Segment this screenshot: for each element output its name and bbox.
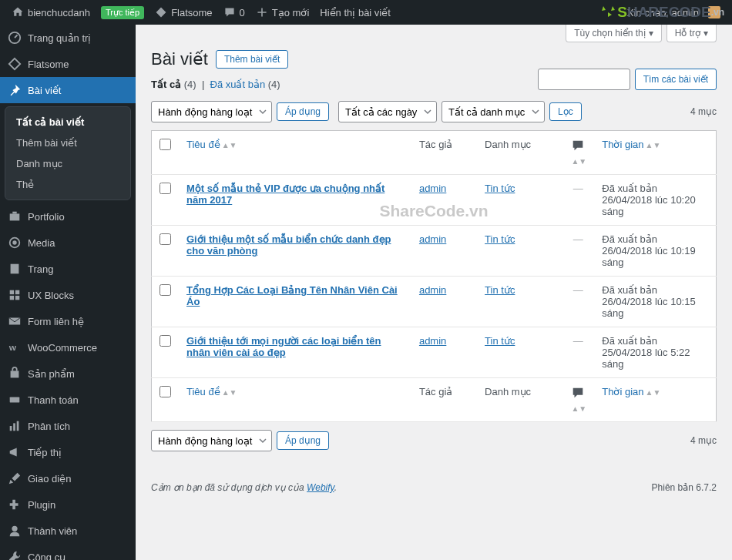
item-count: 4 mục (690, 106, 717, 117)
filter-all[interactable]: Tất cả (4) (151, 79, 196, 90)
svg-rect-7 (15, 290, 19, 294)
menu-tools[interactable]: Công cụ (0, 544, 136, 560)
new-link[interactable]: Tạo mới (256, 6, 310, 18)
row-checkbox[interactable] (159, 284, 171, 296)
menu-payments[interactable]: Thanh toán (0, 387, 136, 413)
submenu-add-post[interactable]: Thêm bài viết (5, 132, 130, 153)
table-row: Giới thiệu một số mẫu biển chức danh đẹp… (152, 226, 717, 277)
category-link[interactable]: Tin tức (485, 233, 515, 245)
comment-icon (223, 6, 236, 18)
post-title-link[interactable]: Giới thiệu một số mẫu biển chức danh đẹp… (186, 233, 391, 257)
search-button[interactable]: Tìm các bài viết (635, 69, 717, 90)
svg-rect-2 (12, 212, 16, 214)
apply-button-bottom[interactable]: Áp dụng (277, 431, 329, 450)
menu-ux-blocks[interactable]: UX Blocks (0, 282, 136, 308)
table-row: Một số mẫu thẻ VIP được ưa chuộng nhất n… (152, 175, 717, 226)
pin-icon (8, 83, 22, 97)
svg-rect-14 (10, 426, 12, 431)
author-link[interactable]: admin (419, 284, 446, 296)
col-date[interactable]: Thời gian▲▼ (594, 131, 716, 175)
post-title-link[interactable]: Giới thiệu tới mọi người các loại biển t… (186, 335, 381, 358)
add-new-button[interactable]: Thêm bài viết (216, 50, 288, 69)
select-all-checkbox-footer[interactable] (159, 386, 171, 397)
author-link[interactable]: admin (419, 183, 446, 194)
menu-products[interactable]: Sản phẩm (0, 360, 136, 387)
apply-button[interactable]: Áp dụng (277, 102, 329, 121)
submenu-categories[interactable]: Danh mục (5, 153, 130, 174)
table-row: Giới thiệu tới mọi người các loại biển t… (152, 327, 717, 378)
version-text: Phiên bản 6.7.2 (652, 482, 717, 493)
select-all-checkbox[interactable] (159, 139, 171, 150)
plus-icon (256, 6, 268, 18)
media-icon (8, 236, 22, 250)
menu-appearance[interactable]: Giao diện (0, 465, 136, 491)
bulk-action-select[interactable]: Hành động hàng loạt (151, 101, 272, 122)
site-link[interactable]: bienchucdanh (12, 6, 90, 18)
screen-options-button[interactable]: Tùy chọn hiển thị ▾ (566, 25, 661, 42)
menu-flatsome[interactable]: Flatsome (0, 51, 136, 77)
menu-forms[interactable]: Form liên hệ (0, 308, 136, 334)
help-button[interactable]: Hỗ trợ ▾ (667, 25, 717, 42)
author-link[interactable]: admin (419, 233, 446, 245)
author-link[interactable]: admin (419, 335, 446, 347)
post-title-link[interactable]: Tổng Hợp Các Loại Bảng Tên Nhân Viên Cài… (186, 284, 398, 307)
megaphone-icon (8, 445, 22, 459)
chart-icon (8, 419, 22, 433)
plugin-icon (8, 498, 22, 511)
item-count-bottom: 4 mục (690, 435, 717, 446)
page-icon (8, 262, 22, 276)
svg-rect-13 (10, 397, 20, 402)
comment-count: — (573, 183, 583, 194)
category-link[interactable]: Tin tức (485, 335, 515, 347)
menu-plugins[interactable]: Plugin (0, 491, 136, 518)
row-checkbox[interactable] (159, 335, 171, 347)
menu-dashboard[interactable]: Trang quản trị (0, 25, 136, 51)
date-filter-select[interactable]: Tất cả các ngày (338, 101, 437, 122)
recycle-icon (599, 3, 617, 22)
menu-woocommerce[interactable]: WWooCommerce (0, 334, 136, 360)
col-title-footer[interactable]: Tiêu đề▲▼ (179, 378, 411, 422)
date-cell: Đã xuất bản25/04/2018 lúc 5:22 sáng (594, 327, 716, 378)
bulk-action-select-bottom[interactable]: Hành động hàng loạt (151, 430, 272, 451)
category-filter-select[interactable]: Tất cả danh mục (442, 101, 545, 122)
svg-point-4 (12, 240, 16, 244)
svg-rect-6 (10, 290, 14, 294)
flatsome-link[interactable]: Flatsome (155, 6, 212, 18)
svg-rect-16 (17, 421, 19, 431)
row-checkbox[interactable] (159, 233, 171, 245)
comment-count: — (573, 284, 583, 296)
search-input[interactable] (538, 69, 630, 90)
filter-published[interactable]: Đã xuất bản (4) (210, 79, 280, 90)
submenu-tags[interactable]: Thẻ (5, 174, 130, 195)
menu-media[interactable]: Media (0, 230, 136, 256)
filter-button[interactable]: Lọc (549, 102, 582, 121)
col-category: Danh mục (477, 131, 562, 175)
post-title-link[interactable]: Một số mẫu thẻ VIP được ưa chuộng nhất n… (186, 183, 384, 206)
svg-rect-5 (11, 264, 19, 274)
col-title[interactable]: Tiêu đề▲▼ (179, 131, 411, 175)
category-link[interactable]: Tin tức (485, 183, 515, 194)
posts-table: Tiêu đề▲▼ Tác giả Danh mục ▲▼ Thời gian▲… (151, 130, 717, 422)
webify-link[interactable]: Webify (307, 482, 334, 493)
menu-users[interactable]: Thành viên (0, 518, 136, 544)
comments-link[interactable]: 0 (223, 6, 245, 18)
col-comments[interactable]: ▲▼ (562, 131, 594, 175)
svg-rect-8 (10, 296, 14, 300)
posts-submenu: Tất cả bài viết Thêm bài viết Danh mục T… (5, 106, 131, 200)
table-header: Tiêu đề▲▼ Tác giả Danh mục ▲▼ Thời gian▲… (152, 131, 717, 175)
view-post-link[interactable]: Hiển thị bài viết (320, 7, 391, 18)
menu-analytics[interactable]: Phân tích (0, 413, 136, 439)
category-link[interactable]: Tin tức (485, 284, 515, 296)
col-author: Tác giả (411, 131, 477, 175)
menu-portfolio[interactable]: Portfolio (0, 203, 136, 230)
submenu-all-posts[interactable]: Tất cả bài viết (5, 112, 130, 132)
menu-pages[interactable]: Trang (0, 256, 136, 282)
blocks-icon (8, 288, 22, 302)
svg-rect-15 (13, 423, 15, 431)
product-icon (8, 367, 22, 381)
menu-posts[interactable]: Bài viết (0, 77, 136, 103)
main-content: Tùy chọn hiển thị ▾ Hỗ trợ ▾ Bài viết Th… (136, 25, 732, 560)
row-checkbox[interactable] (159, 183, 171, 194)
comment-icon (571, 139, 585, 153)
menu-marketing[interactable]: Tiếp thị (0, 439, 136, 465)
